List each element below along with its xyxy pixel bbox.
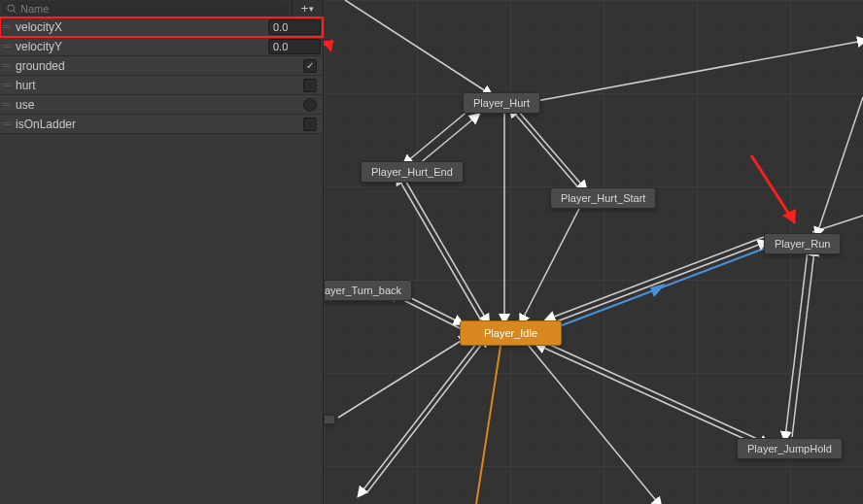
param-label: use [14, 98, 303, 112]
svg-point-0 [8, 4, 15, 11]
state-node-playerIdle[interactable]: Player_Idle [460, 320, 562, 346]
svg-line-5 [406, 110, 469, 162]
svg-line-25 [338, 338, 466, 418]
state-node-label: Player_Hurt [473, 97, 530, 109]
state-node-playerHurt[interactable]: Player_Hurt [463, 92, 540, 114]
svg-line-7 [518, 111, 584, 187]
svg-line-12 [522, 205, 581, 320]
param-value-input[interactable]: 0.0 [268, 19, 321, 35]
param-checkbox[interactable] [303, 79, 317, 92]
drag-handle-icon[interactable] [2, 84, 12, 86]
drag-handle-icon[interactable] [2, 122, 12, 125]
svg-line-10 [404, 179, 487, 320]
svg-line-28 [476, 340, 501, 504]
drag-handle-icon[interactable] [2, 103, 12, 106]
add-parameter-button[interactable]: +▾ [292, 0, 323, 17]
svg-line-21 [785, 251, 808, 437]
param-label: hurt [14, 79, 303, 92]
param-label: velocityX [14, 20, 268, 34]
svg-line-23 [361, 340, 479, 493]
search-row: Name +▾ [0, 0, 323, 17]
state-node-playerRun[interactable]: Player_Run [764, 233, 841, 254]
state-node-label: Player_Run [775, 238, 830, 250]
svg-line-1 [14, 10, 17, 13]
state-node-playerTurnBack[interactable]: ayer_Turn_back [324, 280, 412, 301]
svg-line-27 [539, 346, 766, 449]
param-row-hurt[interactable]: hurt [0, 76, 323, 95]
drag-handle-icon[interactable] [2, 64, 12, 67]
param-label: velocityY [14, 40, 268, 53]
state-node-playerJumpHold[interactable]: Player_JumpHold [737, 438, 843, 459]
svg-line-24 [366, 340, 485, 493]
state-node-playerHurtStart[interactable]: Player_Hurt_Start [550, 187, 656, 209]
state-node-label: Player_Hurt_Start [561, 192, 645, 204]
param-row-isOnLadder[interactable]: isOnLadder [0, 115, 323, 134]
svg-line-17 [549, 243, 764, 324]
parameter-panel: Name +▾ velocityX0.0velocityY0.0grounded… [0, 0, 324, 504]
param-checkbox[interactable] [303, 118, 317, 131]
param-row-velocityY[interactable]: velocityY0.0 [0, 37, 323, 56]
svg-line-18 [549, 237, 764, 319]
param-value-input[interactable]: 0.0 [268, 39, 321, 54]
annotation-arrow-grounded [324, 29, 362, 97]
param-row-velocityX[interactable]: velocityX0.0 [0, 17, 323, 37]
drag-handle-icon[interactable] [2, 25, 12, 28]
state-node-extraBox[interactable] [324, 415, 335, 424]
svg-marker-16 [650, 284, 666, 297]
annotation-arrow-player-run [742, 151, 819, 238]
state-node-label: Player_Idle [484, 327, 537, 339]
svg-line-30 [524, 340, 659, 504]
svg-marker-32 [324, 41, 333, 52]
search-placeholder: Name [20, 3, 49, 15]
param-row-grounded[interactable]: grounded✓ [0, 56, 323, 76]
state-node-playerHurtEnd[interactable]: Player_Hurt_End [361, 161, 464, 183]
parameter-list: velocityX0.0velocityY0.0grounded✓hurtuse… [0, 17, 323, 134]
param-trigger-radio[interactable] [303, 98, 317, 112]
svg-line-29 [536, 41, 863, 101]
animator-graph[interactable]: Player_HurtPlayer_Hurt_EndPlayer_Hurt_St… [324, 0, 863, 504]
svg-line-33 [751, 155, 795, 223]
drag-handle-icon[interactable] [2, 45, 12, 48]
search-input[interactable]: Name [2, 1, 290, 17]
svg-marker-34 [782, 209, 796, 223]
state-node-label: Player_Hurt_End [371, 166, 453, 178]
plus-icon: + [301, 1, 309, 16]
search-icon [6, 3, 17, 15]
svg-line-20 [817, 97, 863, 233]
param-label: grounded [14, 59, 303, 73]
state-node-label: Player_JumpHold [747, 443, 832, 454]
svg-line-15 [549, 249, 764, 330]
param-row-use[interactable]: use [0, 95, 323, 115]
param-checkbox[interactable]: ✓ [303, 59, 317, 73]
param-label: isOnLadder [14, 118, 303, 131]
svg-line-26 [539, 340, 766, 443]
state-node-label: ayer_Turn_back [325, 285, 401, 296]
svg-line-19 [812, 216, 863, 232]
svg-line-8 [512, 111, 578, 187]
svg-line-4 [345, 0, 489, 93]
svg-line-22 [792, 251, 814, 437]
svg-line-31 [324, 41, 333, 87]
dropdown-caret-icon: ▾ [309, 4, 314, 14]
